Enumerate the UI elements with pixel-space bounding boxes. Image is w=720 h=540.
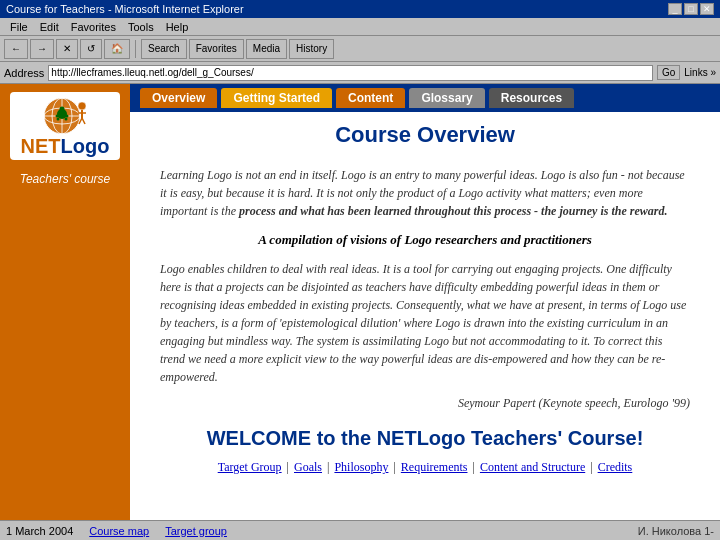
tab-getting-started[interactable]: Getting Started bbox=[221, 88, 332, 108]
forward-button[interactable]: → bbox=[30, 39, 54, 59]
status-date: 1 March 2004 bbox=[6, 525, 73, 537]
page-title: Course Overview bbox=[160, 122, 690, 152]
link-credits[interactable]: Credits bbox=[598, 460, 633, 474]
window-controls: _ □ ✕ bbox=[668, 3, 714, 15]
section-header: A compilation of visions of Logo researc… bbox=[160, 232, 690, 248]
svg-point-10 bbox=[57, 118, 60, 121]
menu-file[interactable]: File bbox=[4, 21, 34, 33]
page-content-area: Course Overview Learning Logo is not an … bbox=[130, 112, 720, 503]
browser-content: NETLogo Teachers' course Overview Gettin… bbox=[0, 84, 720, 520]
logo-container: NETLogo bbox=[10, 92, 120, 160]
menu-tools[interactable]: Tools bbox=[122, 21, 160, 33]
links-label: Links » bbox=[684, 67, 716, 78]
close-button[interactable]: ✕ bbox=[700, 3, 714, 15]
menu-edit[interactable]: Edit bbox=[34, 21, 65, 33]
menu-favorites[interactable]: Favorites bbox=[65, 21, 122, 33]
media-button[interactable]: Media bbox=[246, 39, 287, 59]
status-left: 1 March 2004 Course map Target group bbox=[6, 525, 227, 537]
address-input[interactable] bbox=[48, 65, 653, 81]
svg-point-12 bbox=[78, 102, 86, 110]
window-title: Course for Teachers - Microsoft Internet… bbox=[6, 3, 244, 15]
toolbar: ← → ✕ ↺ 🏠 Search Favorites Media History bbox=[0, 36, 720, 62]
svg-point-7 bbox=[60, 107, 65, 112]
page-links: Target Group | Goals | Philosophy | Requ… bbox=[160, 460, 690, 475]
attribution: Seymour Papert (Keynote speech, Eurologo… bbox=[160, 396, 690, 411]
home-button[interactable]: 🏠 bbox=[104, 39, 130, 59]
tab-content[interactable]: Content bbox=[336, 88, 405, 108]
search-button[interactable]: Search bbox=[141, 39, 187, 59]
back-button[interactable]: ← bbox=[4, 39, 28, 59]
welcome-title: WELCOME to the NETLogo Teachers' Course! bbox=[160, 427, 690, 450]
course-label: Teachers' course bbox=[20, 172, 111, 186]
address-label: Address bbox=[4, 67, 44, 79]
logo-text: NETLogo bbox=[21, 136, 110, 156]
link-content-structure[interactable]: Content and Structure bbox=[480, 460, 585, 474]
status-target-group[interactable]: Target group bbox=[165, 525, 227, 537]
history-button[interactable]: History bbox=[289, 39, 334, 59]
nav-tabs: Overview Getting Started Content Glossar… bbox=[130, 84, 720, 112]
separator-1 bbox=[135, 40, 136, 58]
go-button[interactable]: Go bbox=[657, 65, 680, 80]
favorites-button[interactable]: Favorites bbox=[189, 39, 244, 59]
tab-resources[interactable]: Resources bbox=[489, 88, 574, 108]
status-author: И. Николова 1- bbox=[638, 525, 714, 537]
link-philosophy[interactable]: Philosophy bbox=[334, 460, 388, 474]
body-paragraph: Logo enables children to deal with real … bbox=[160, 260, 690, 386]
address-bar: Address Go Links » bbox=[0, 62, 720, 84]
stop-button[interactable]: ✕ bbox=[56, 39, 78, 59]
status-bar: 1 March 2004 Course map Target group И. … bbox=[0, 520, 720, 540]
link-target-group[interactable]: Target Group bbox=[218, 460, 282, 474]
menu-help[interactable]: Help bbox=[160, 21, 195, 33]
main-content: Overview Getting Started Content Glossar… bbox=[130, 84, 720, 520]
link-goals[interactable]: Goals bbox=[294, 460, 322, 474]
svg-line-16 bbox=[82, 118, 85, 124]
tab-glossary[interactable]: Glossary bbox=[409, 88, 484, 108]
logo-globe-icon bbox=[40, 96, 90, 136]
link-requirements[interactable]: Requirements bbox=[401, 460, 468, 474]
refresh-button[interactable]: ↺ bbox=[80, 39, 102, 59]
maximize-button[interactable]: □ bbox=[684, 3, 698, 15]
sidebar: NETLogo Teachers' course bbox=[0, 84, 130, 520]
svg-point-8 bbox=[56, 115, 59, 118]
tab-overview[interactable]: Overview bbox=[140, 88, 217, 108]
intro-paragraph: Learning Logo is not an end in itself. L… bbox=[160, 166, 690, 220]
title-bar: Course for Teachers - Microsoft Internet… bbox=[0, 0, 720, 18]
status-course-map[interactable]: Course map bbox=[89, 525, 149, 537]
menu-bar: File Edit Favorites Tools Help bbox=[0, 18, 720, 36]
svg-point-11 bbox=[65, 118, 68, 121]
minimize-button[interactable]: _ bbox=[668, 3, 682, 15]
svg-point-9 bbox=[66, 115, 69, 118]
